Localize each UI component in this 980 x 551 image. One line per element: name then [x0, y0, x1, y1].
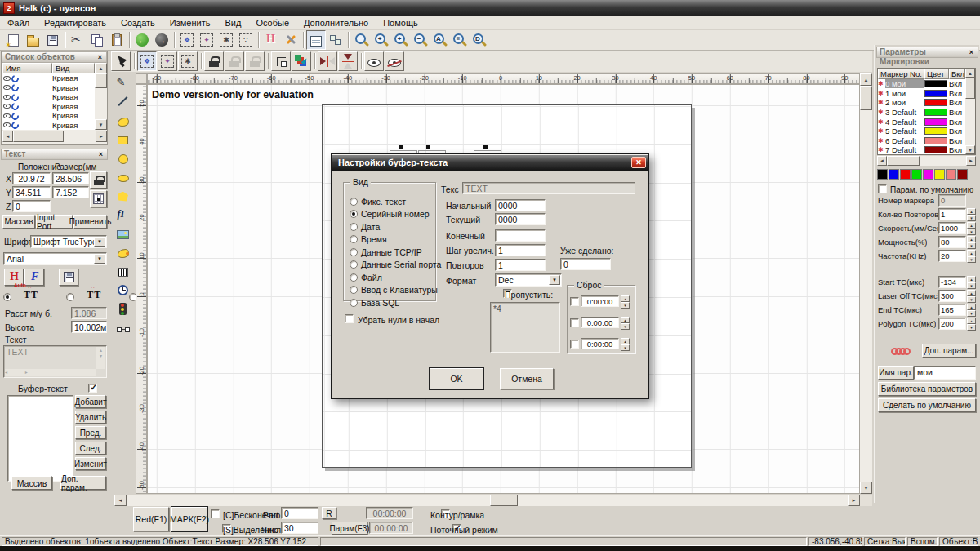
marker-row[interactable]: ✱7 DefaultВкл: [878, 145, 965, 155]
spacing-auto-radio[interactable]: [3, 293, 11, 301]
spinner[interactable]: ▴▾: [967, 318, 976, 330]
ruler-corner[interactable]: [136, 73, 147, 84]
x-position-field[interactable]: -20.972: [12, 172, 51, 184]
strip-zeros-checkbox[interactable]: [345, 314, 354, 323]
selection-handle[interactable]: [399, 145, 403, 149]
parameter-value[interactable]: 0: [938, 194, 966, 207]
param-name-button[interactable]: Имя пар.: [878, 366, 914, 380]
clipart-tool-button[interactable]: [114, 243, 133, 260]
palette-swatch[interactable]: [911, 169, 922, 180]
red-pointer-button[interactable]: Red(F1): [133, 507, 169, 531]
ok-button[interactable]: OK: [430, 368, 483, 389]
horizontal-scrollbar[interactable]: [13, 131, 96, 142]
menu-item[interactable]: Изменить: [163, 16, 218, 29]
line-tool-button[interactable]: [114, 93, 133, 110]
radio-icon[interactable]: [350, 235, 358, 243]
marker-row[interactable]: ✱3 DefaultВкл: [878, 108, 965, 118]
default-params-checkbox[interactable]: [878, 184, 887, 193]
back-button[interactable]: [132, 30, 152, 50]
repeat-field[interactable]: 1: [495, 259, 546, 271]
chevron-down-icon[interactable]: ▼: [94, 237, 105, 247]
view-radio-option[interactable]: Фикс. текст: [350, 196, 406, 207]
text-area-vscroll[interactable]: ▴▾: [96, 347, 105, 369]
change-button[interactable]: Изменит: [75, 457, 106, 470]
zoom-page-button[interactable]: D: [469, 30, 488, 50]
spacing-fixed-radio[interactable]: [66, 293, 74, 301]
zoom-out-button[interactable]: −: [410, 30, 430, 50]
radio-icon[interactable]: [350, 260, 358, 269]
rectangle-tool-button[interactable]: [114, 131, 133, 148]
input-port-button[interactable]: Input Port: [36, 215, 73, 229]
menu-item[interactable]: Особые: [248, 16, 296, 29]
reset-time-field[interactable]: 0:00:00: [581, 338, 619, 349]
spinner[interactable]: ▴▾: [967, 236, 976, 248]
anchor-grid-button[interactable]: [90, 190, 107, 207]
close-icon[interactable]: ×: [967, 48, 976, 57]
marker-row[interactable]: ✱4 DefaultВкл: [878, 117, 965, 127]
pen-tool-button[interactable]: [114, 74, 133, 91]
scroll-up-icon[interactable]: ▲: [95, 63, 107, 73]
view-radio-option[interactable]: Файл: [350, 272, 382, 282]
marker-row[interactable]: ✱6 DefaultВкл: [878, 136, 965, 146]
canvas-vertical-scrollbar[interactable]: [860, 86, 872, 482]
view-radio-option[interactable]: Ввод с Клавиатуры: [350, 285, 438, 295]
scroll-left-icon[interactable]: ◄: [877, 156, 887, 166]
reset-time-field[interactable]: 0:00:00: [581, 295, 619, 307]
view-radio-option[interactable]: Время: [350, 234, 387, 245]
text-content-area[interactable]: TEXT ▴▾ ◂ ▸: [3, 345, 107, 378]
save-font-button[interactable]: [59, 269, 78, 286]
selection-handle[interactable]: [483, 145, 488, 149]
vertical-scrollbar[interactable]: [95, 73, 107, 119]
step-field[interactable]: 1: [495, 244, 546, 256]
format-select[interactable]: Dec▼: [495, 273, 562, 287]
show-objects-button[interactable]: [364, 51, 384, 71]
menu-item[interactable]: Редактировать: [37, 16, 114, 29]
hatch-button[interactable]: [261, 30, 281, 50]
cut-button[interactable]: [68, 30, 87, 50]
more-params-button[interactable]: Доп. парам...: [922, 344, 976, 358]
palette-swatch[interactable]: [946, 169, 956, 180]
radio-icon[interactable]: [350, 286, 358, 294]
mirror-vertical-button[interactable]: [338, 51, 358, 71]
radio-icon[interactable]: [350, 223, 358, 231]
palette-swatch[interactable]: [923, 169, 933, 180]
close-icon[interactable]: ×: [96, 150, 105, 159]
reset-checkbox[interactable]: [570, 297, 579, 306]
scroll-left-icon[interactable]: ◄: [2, 131, 13, 142]
palette-swatch[interactable]: [889, 169, 899, 180]
unlock-all-button[interactable]: [245, 51, 265, 71]
chevron-down-icon[interactable]: ▼: [94, 254, 105, 264]
skip-list-area[interactable]: *4: [490, 302, 560, 353]
freeform-tool-button[interactable]: [114, 112, 133, 129]
node-edit-button[interactable]: [177, 30, 197, 50]
parameter-library-button[interactable]: Библиотека параметров: [878, 382, 976, 396]
done-field[interactable]: 0: [560, 258, 611, 270]
z-position-field[interactable]: 0: [12, 200, 51, 212]
object-row[interactable]: Кривая: [2, 92, 95, 102]
selection-handle[interactable]: [426, 145, 430, 149]
spinner[interactable]: ▴▾: [967, 250, 976, 262]
zoom-find-button[interactable]: [351, 30, 371, 50]
scroll-down-icon[interactable]: ▼: [965, 145, 975, 154]
canvas-scroll-down-icon[interactable]: ▼: [860, 482, 872, 494]
node-join-button[interactable]: [236, 30, 256, 50]
image-tool-button[interactable]: [114, 224, 133, 242]
buffer-list[interactable]: [7, 395, 74, 482]
barcode-tool-button[interactable]: [114, 262, 133, 279]
mark-button[interactable]: МАРК(F2): [172, 507, 207, 531]
zoom-all-button[interactable]: A: [430, 30, 449, 50]
snap-origin-button[interactable]: [271, 51, 291, 71]
column-marker-no[interactable]: Маркер No.: [878, 69, 924, 79]
view-radio-option[interactable]: Серийный номер: [350, 209, 430, 220]
radio-icon[interactable]: [350, 299, 358, 307]
object-row[interactable]: Кривая: [2, 121, 95, 131]
zoom-objects-button[interactable]: ≡: [449, 30, 469, 50]
palette-swatch[interactable]: [934, 169, 945, 180]
apply-button[interactable]: Применить: [74, 215, 107, 229]
view-radio-option[interactable]: Данные TCP/IP: [350, 247, 422, 257]
column-header-name[interactable]: Имя: [2, 63, 52, 73]
view-radio-option[interactable]: Дата: [350, 221, 380, 232]
menu-item[interactable]: Помощь: [376, 16, 425, 29]
text-field[interactable]: TEXT: [462, 182, 635, 194]
marker-row[interactable]: ✱1 моиВкл: [878, 89, 965, 99]
